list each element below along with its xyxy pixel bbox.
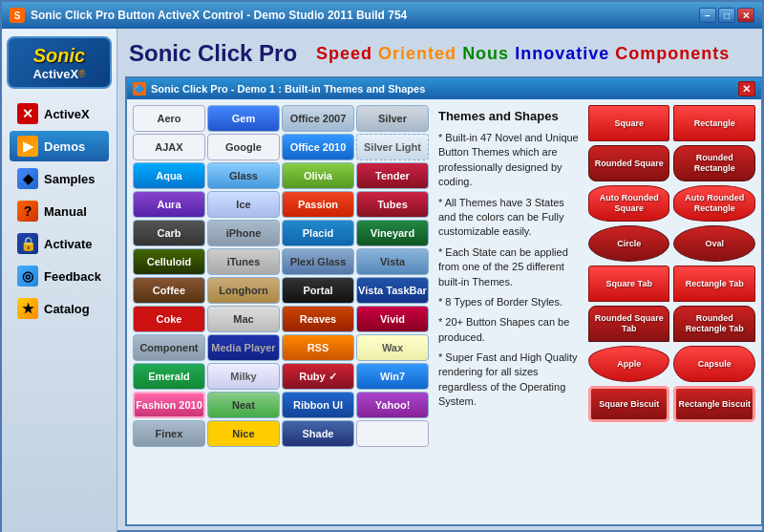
shape-btn-rectangle-biscuit[interactable]: Rectangle Biscuit (673, 386, 755, 422)
theme-btn-45[interactable]: Nice (207, 420, 280, 447)
theme-btn-38[interactable]: Ruby ✓ (282, 363, 354, 390)
theme-btn-24[interactable]: Coffee (133, 277, 205, 304)
theme-btn-29[interactable]: Mac (207, 306, 280, 332)
theme-btn-12[interactable]: Aura (133, 191, 205, 218)
shape-btn-square[interactable]: Square (588, 105, 670, 141)
theme-btn-32[interactable]: Component (133, 334, 205, 361)
tagline-innovative: Innovative (515, 44, 609, 63)
theme-btn-17[interactable]: iPhone (207, 220, 280, 246)
shape-btn-square-biscuit[interactable]: Square Biscuit (588, 386, 670, 422)
inner-close-button[interactable]: ✕ (738, 81, 755, 96)
activex-icon: ✕ (17, 103, 38, 124)
shape-btn-auto-rounded-rectangle[interactable]: Auto Rounded Rectangle (673, 185, 755, 222)
shape-btn-square-tab[interactable]: Square Tab (588, 266, 670, 302)
theme-btn-41[interactable]: Neat (207, 392, 280, 418)
theme-btn-33[interactable]: Media Player (207, 334, 280, 361)
inner-app-icon: 🔷 (133, 82, 146, 96)
sidebar-label-samples: Samples (44, 172, 95, 186)
sidebar-item-samples[interactable]: ◆ Samples (10, 163, 109, 194)
desc-item-3: * 8 Types of Border Styles. (438, 295, 579, 309)
theme-btn-7[interactable]: Silver Light (356, 134, 429, 160)
theme-btn-18[interactable]: Placid (282, 220, 354, 246)
logo-sonic: Sonic (33, 45, 85, 67)
shape-btn-circle[interactable]: Circle (588, 225, 670, 262)
theme-btn-23[interactable]: Vista (356, 248, 429, 275)
shapes-panel: SquareRectangleRounded SquareRounded Rec… (588, 105, 755, 519)
theme-btn-37[interactable]: Milky (207, 363, 280, 390)
sidebar-logo: Sonic ActiveX ® (7, 36, 112, 89)
theme-btn-27[interactable]: Vista TaskBar (356, 277, 429, 304)
theme-btn-43[interactable]: Yahoo! (356, 392, 429, 418)
shape-btn-rounded-rectangle[interactable]: Rounded Rectangle (673, 145, 755, 181)
theme-btn-10[interactable]: Olivia (282, 162, 354, 189)
theme-btn-0[interactable]: Aero (133, 105, 205, 132)
theme-btn-31[interactable]: Vivid (356, 306, 429, 332)
main-content: Sonic ActiveX ® ✕ ActiveX ▶ Demos ◆ Samp… (2, 29, 762, 532)
window-controls: − □ ✕ (699, 8, 754, 23)
theme-btn-36[interactable]: Emerald (133, 363, 205, 390)
theme-btn-3[interactable]: Silver (356, 105, 429, 132)
theme-btn-19[interactable]: Vineyard (356, 220, 429, 246)
theme-btn-15[interactable]: Tubes (356, 191, 429, 218)
desc-title: Themes and Shapes (438, 109, 579, 123)
theme-btn-20[interactable]: Celluloid (133, 248, 205, 275)
tagline-components: Components (615, 44, 730, 63)
theme-btn-44[interactable]: Finex (133, 420, 205, 447)
shape-btn-oval[interactable]: Oval (673, 225, 755, 262)
app-title: Sonic Click Pro (129, 40, 297, 67)
inner-area: Sonic Click Pro Speed Oriented Nous Inno… (117, 29, 764, 532)
theme-btn-14[interactable]: Passion (282, 191, 354, 218)
sidebar-item-manual[interactable]: ? Manual (10, 196, 109, 226)
shape-btn-rounded-rectangle-tab[interactable]: Rounded Rectangle Tab (673, 306, 755, 342)
sidebar-item-feedback[interactable]: ◎ Feedback (10, 261, 109, 291)
theme-btn-35[interactable]: Wax (356, 334, 429, 361)
minimize-button[interactable]: − (699, 8, 716, 23)
theme-btn-34[interactable]: RSS (282, 334, 354, 361)
theme-btn-16[interactable]: Carb (133, 220, 205, 246)
sidebar-item-demos[interactable]: ▶ Demos (10, 131, 109, 161)
theme-btn-13[interactable]: Ice (207, 191, 280, 218)
shape-btn-rectangle-tab[interactable]: Rectangle Tab (673, 266, 755, 302)
desc-item-4: * 20+ Button Shapes can be produced. (438, 315, 579, 345)
theme-btn-9[interactable]: Glass (207, 162, 280, 189)
themes-grid: AeroGemOffice 2007SilverAJAXGoogleOffice… (133, 105, 429, 519)
sidebar-item-catalog[interactable]: ★ Catalog (10, 293, 109, 324)
shape-btn-auto-rounded-square[interactable]: Auto Rounded Square (588, 185, 670, 222)
theme-btn-1[interactable]: Gem (207, 105, 280, 132)
shape-btn-capsule[interactable]: Capsule (673, 346, 755, 382)
theme-btn-28[interactable]: Coke (133, 306, 205, 332)
theme-btn-21[interactable]: iTunes (207, 248, 280, 275)
theme-btn-47[interactable] (356, 420, 429, 447)
close-button[interactable]: ✕ (737, 8, 754, 23)
theme-btn-42[interactable]: Ribbon UI (282, 392, 354, 418)
sidebar-label-catalog: Catalog (44, 302, 90, 316)
theme-btn-6[interactable]: Office 2010 (282, 134, 354, 160)
outer-window: S Sonic Click Pro Button ActiveX Control… (0, 0, 764, 532)
theme-btn-2[interactable]: Office 2007 (282, 105, 354, 132)
shape-row-0: SquareRectangle (588, 105, 755, 141)
theme-btn-8[interactable]: Aqua (133, 162, 205, 189)
desc-item-2: * Each State can be applied from one of … (438, 245, 579, 289)
theme-btn-4[interactable]: AJAX (133, 134, 205, 160)
sidebar-item-activex[interactable]: ✕ ActiveX (10, 98, 109, 129)
sidebar-item-activate[interactable]: 🔒 Activate (10, 228, 109, 259)
app-header: Sonic Click Pro Speed Oriented Nous Inno… (125, 36, 763, 71)
shape-btn-rounded-square[interactable]: Rounded Square (588, 145, 670, 181)
theme-btn-39[interactable]: Win7 (356, 363, 429, 390)
shape-row-2: Auto Rounded SquareAuto Rounded Rectangl… (588, 185, 755, 222)
description-panel: Themes and Shapes * Built-in 47 Novel an… (435, 105, 583, 519)
shape-btn-rounded-square-tab[interactable]: Rounded Square Tab (588, 306, 670, 342)
theme-btn-40[interactable]: Fashion 2010 (133, 392, 205, 418)
theme-btn-25[interactable]: Longhorn (207, 277, 280, 304)
theme-btn-5[interactable]: Google (207, 134, 280, 160)
tagline-speed: Speed (316, 44, 372, 63)
theme-btn-30[interactable]: Reaves (282, 306, 354, 332)
theme-btn-11[interactable]: Tender (356, 162, 429, 189)
theme-btn-46[interactable]: Shade (282, 420, 354, 447)
theme-btn-22[interactable]: Plexi Glass (282, 248, 354, 275)
shape-row-6: AppleCapsule (588, 346, 755, 382)
shape-btn-apple[interactable]: Apple (588, 346, 670, 382)
theme-btn-26[interactable]: Portal (282, 277, 354, 304)
shape-btn-rectangle[interactable]: Rectangle (673, 105, 755, 141)
maximize-button[interactable]: □ (718, 8, 735, 23)
